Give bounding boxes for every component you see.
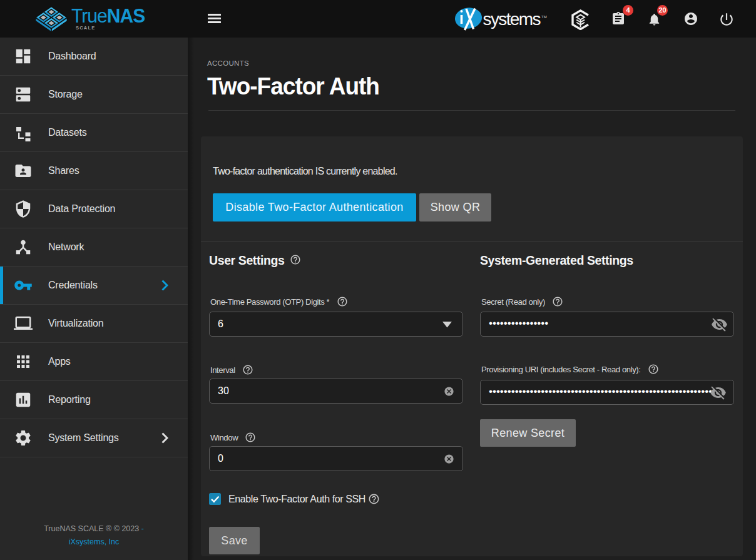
svg-text:systems: systems — [483, 9, 541, 29]
svg-text:TM: TM — [541, 15, 547, 19]
